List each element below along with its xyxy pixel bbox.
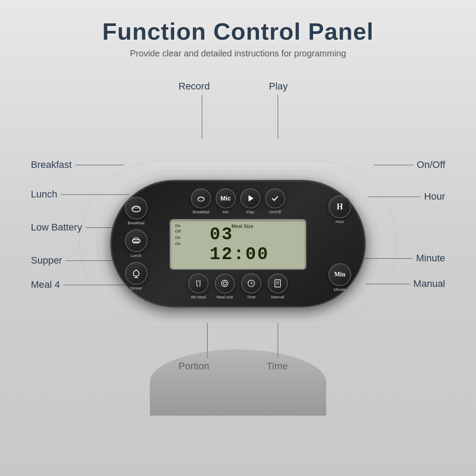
meal-size-label: Meal size (216, 295, 233, 300)
page-title: Function Control Panel (102, 18, 374, 45)
breakfast-label: Breakfast (31, 159, 72, 171)
play-button[interactable]: Play (240, 188, 260, 215)
play-top-line (278, 95, 278, 139)
manual-line (366, 284, 410, 284)
dinner-button[interactable]: Dinner (125, 262, 148, 291)
lunch-line (61, 194, 129, 195)
breakfast-line (75, 165, 124, 165)
hour-line (368, 197, 420, 197)
lcd-time: 03 12:00 (210, 225, 277, 264)
lunch-btn-label: Lunch (131, 253, 142, 258)
hour-circle: H (328, 195, 351, 218)
fourth-meal-button[interactable]: 4th Meal (188, 273, 208, 300)
breakfast-top-circle (191, 188, 211, 208)
onoff-btn-label: On/Off (269, 210, 281, 215)
mic-circle: Mic (216, 188, 236, 208)
page-subtitle: Provide clear and detailed instructions … (102, 48, 374, 59)
manual-icon (273, 279, 283, 288)
burger-icon (130, 235, 142, 246)
onoff-label: On/Off (417, 159, 445, 171)
breakfast-button[interactable]: Breakfast (125, 197, 148, 226)
mic-btn-label: Mic (223, 210, 229, 215)
bread-icon (130, 202, 142, 214)
lcd-ind-4: On (175, 242, 181, 247)
fourth-meal-label: 4th Meal (191, 295, 206, 300)
control-panel: Breakfast Lunch (110, 180, 366, 308)
manual-circle (268, 273, 288, 294)
time-btn-label: Time (247, 295, 256, 300)
manual-btn-label: Manual (271, 295, 284, 300)
right-button-column: H Hour Min Minute (328, 195, 351, 292)
hour-btn-label: Hour (335, 219, 344, 224)
minute-line (364, 258, 413, 259)
mic-button[interactable]: Mic Mic (216, 188, 236, 215)
play-btn-label: Play (246, 210, 254, 215)
bottom-buttons-row: 4th Meal Meal size (188, 273, 288, 300)
lcd-display: On Off On On Meal Size 03 12:00 (170, 219, 306, 270)
diagram-area: Record Play Breakfast Lunch Low Battery … (18, 72, 458, 416)
breakfast-annotation: Breakfast (31, 159, 124, 171)
meal-size-circle (215, 273, 235, 294)
manual-label: Manual (413, 278, 445, 290)
hour-icon: H (337, 202, 343, 212)
dinner-icon (130, 268, 142, 279)
manual-button[interactable]: Manual (268, 273, 288, 300)
fork-icon (193, 279, 203, 288)
breakfast-btn-label: Breakfast (128, 221, 145, 226)
breakfast-top-label: Breakfast (193, 210, 209, 215)
lunch-button[interactable]: Lunch (125, 229, 148, 258)
hour-button[interactable]: H Hour (328, 195, 351, 224)
bread-top-icon (196, 193, 206, 203)
hour-label: Hour (424, 191, 445, 202)
meal4-label: Meal 4 (31, 279, 60, 290)
lcd-ind-3: On (175, 235, 181, 241)
time-button[interactable]: Time (241, 273, 261, 300)
minute-annotation: Minute (364, 253, 445, 264)
dinner-btn-label: Dinner (130, 286, 142, 291)
onoff-circle (265, 188, 285, 208)
lunch-label: Lunch (31, 189, 57, 200)
lunch-annotation: Lunch (31, 189, 129, 200)
left-button-column: Breakfast Lunch (125, 197, 148, 290)
device-shadow (150, 350, 326, 416)
meal4-line (63, 285, 130, 285)
minute-circle: Min (328, 263, 351, 286)
play-circle (240, 188, 260, 208)
lowbattery-annotation: Low Battery (31, 222, 120, 233)
min-icon: Min (335, 271, 346, 278)
header: Function Control Panel Provide clear and… (102, 18, 374, 59)
meal4-annotation: Meal 4 (31, 279, 130, 290)
onoff-line (374, 165, 413, 165)
lcd-indicators: On Off On On (175, 223, 181, 247)
record-label: Record (178, 81, 210, 92)
breakfast-top-button[interactable]: Breakfast (191, 188, 211, 215)
hour-annotation: Hour (368, 191, 445, 202)
supper-label: Supper (31, 255, 62, 266)
meal-size-button[interactable]: Meal size (215, 273, 235, 300)
svg-point-13 (223, 282, 226, 285)
lunch-btn-circle (125, 229, 148, 252)
check-icon (270, 193, 280, 203)
onoff-button[interactable]: On/Off (265, 188, 285, 215)
play-icon (245, 193, 255, 203)
lcd-ind-1: On (175, 223, 181, 229)
svg-rect-19 (275, 279, 281, 287)
record-line (202, 95, 202, 139)
breakfast-btn-circle (125, 197, 148, 219)
page-wrapper: Function Control Panel Provide clear and… (0, 0, 476, 476)
clock-icon (246, 279, 256, 288)
lcd-ind-2: Off (175, 229, 181, 234)
lowbattery-label: Low Battery (31, 222, 82, 233)
dinner-btn-circle (125, 262, 148, 285)
minute-button[interactable]: Min Minute (328, 263, 351, 292)
play-top-label: Play (269, 81, 288, 92)
minute-btn-label: Minute (334, 287, 346, 292)
svg-line-18 (251, 283, 253, 284)
time-circle (241, 273, 261, 294)
minute-label: Minute (416, 253, 445, 264)
manual-annotation: Manual (366, 278, 445, 290)
svg-point-12 (222, 280, 228, 286)
fourth-meal-circle (188, 273, 208, 294)
center-section: Breakfast Mic Mic (148, 188, 328, 300)
svg-marker-8 (249, 195, 253, 201)
